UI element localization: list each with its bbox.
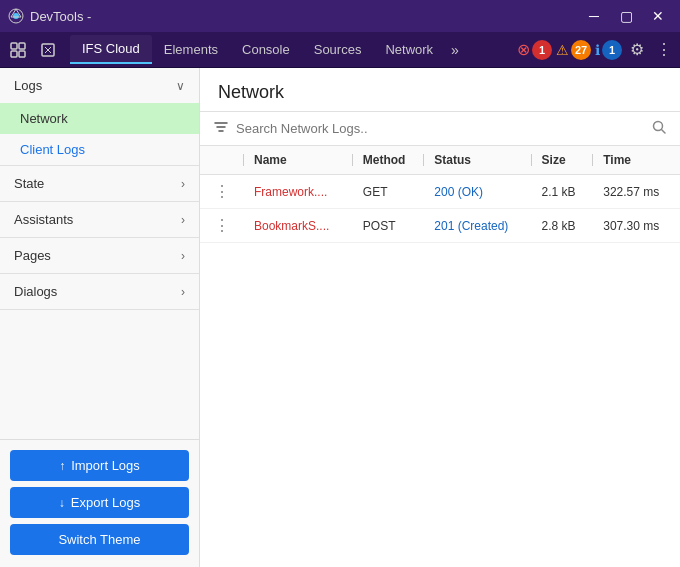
svg-rect-3 xyxy=(19,43,25,49)
chevron-right-icon-3: › xyxy=(181,249,185,263)
col-time: Time xyxy=(593,146,680,175)
sidebar-section-dialogs-header[interactable]: Dialogs › xyxy=(0,274,199,309)
chevron-right-icon-2: › xyxy=(181,213,185,227)
cursor-icon[interactable] xyxy=(4,36,32,64)
search-input[interactable] xyxy=(236,121,644,136)
row-name: BookmarkS.... xyxy=(244,209,353,243)
row-menu-cell[interactable]: ⋮ xyxy=(200,209,244,243)
more-tabs-button[interactable]: » xyxy=(445,38,465,62)
switch-theme-button[interactable]: Switch Theme xyxy=(10,524,189,555)
sidebar-section-state: State › xyxy=(0,166,199,202)
chevron-right-icon: › xyxy=(181,177,185,191)
row-size: 2.8 kB xyxy=(532,209,594,243)
minimize-button[interactable]: ─ xyxy=(580,2,608,30)
svg-rect-4 xyxy=(11,51,17,57)
content-title: Network xyxy=(200,68,680,112)
svg-point-1 xyxy=(13,13,19,19)
row-time: 307.30 ms xyxy=(593,209,680,243)
close-button[interactable]: ✕ xyxy=(644,2,672,30)
row-menu-icon[interactable]: ⋮ xyxy=(210,217,234,234)
tab-sources[interactable]: Sources xyxy=(302,36,374,63)
tab-bar-right: ⊗ 1 ⚠ 27 ℹ 1 ⚙ ⋮ xyxy=(517,36,676,63)
sidebar-footer: ↑ Import Logs ↓ Export Logs Switch Theme xyxy=(0,439,199,567)
maximize-button[interactable]: ▢ xyxy=(612,2,640,30)
sidebar-section-pages: Pages › xyxy=(0,238,199,274)
tab-bar-left-icons xyxy=(4,36,62,64)
row-method: GET xyxy=(353,175,424,209)
chevron-down-icon: ∨ xyxy=(176,79,185,93)
title-bar-controls: ─ ▢ ✕ xyxy=(580,2,672,30)
error-icon: ⊗ xyxy=(517,40,530,59)
sidebar-section-assistants: Assistants › xyxy=(0,202,199,238)
sidebar: Logs ∨ Network Client Logs State › xyxy=(0,68,200,567)
search-bar xyxy=(200,112,680,146)
settings-button[interactable]: ⚙ xyxy=(626,36,648,63)
tab-console[interactable]: Console xyxy=(230,36,302,63)
col-method: Method xyxy=(353,146,424,175)
tab-network[interactable]: Network xyxy=(373,36,445,63)
sidebar-item-network[interactable]: Network xyxy=(0,103,199,134)
sidebar-section-logs: Logs ∨ Network Client Logs xyxy=(0,68,199,166)
info-badge: 1 xyxy=(602,40,622,60)
filter-icon xyxy=(214,120,228,137)
col-size: Size xyxy=(532,146,594,175)
network-table: Name Method Status Size Time ⋮ Framework… xyxy=(200,146,680,567)
tab-elements[interactable]: Elements xyxy=(152,36,230,63)
table-header-row: Name Method Status Size Time xyxy=(200,146,680,175)
inspect-icon[interactable] xyxy=(34,36,62,64)
tab-ifs-cloud[interactable]: IFS Cloud xyxy=(70,35,152,64)
sidebar-item-client-logs[interactable]: Client Logs xyxy=(0,134,199,165)
sidebar-section-pages-header[interactable]: Pages › xyxy=(0,238,199,273)
export-logs-button[interactable]: ↓ Export Logs xyxy=(10,487,189,518)
table-row: ⋮ BookmarkS.... POST 201 (Created) 2.8 k… xyxy=(200,209,680,243)
main-layout: Logs ∨ Network Client Logs State › xyxy=(0,68,680,567)
sidebar-section-dialogs: Dialogs › xyxy=(0,274,199,310)
col-status: Status xyxy=(424,146,531,175)
sidebar-section-assistants-header[interactable]: Assistants › xyxy=(0,202,199,237)
table-row: ⋮ Framework.... GET 200 (OK) 2.1 kB 322.… xyxy=(200,175,680,209)
row-method: POST xyxy=(353,209,424,243)
title-bar-title: DevTools - xyxy=(30,9,580,24)
sidebar-content: Logs ∨ Network Client Logs State › xyxy=(0,68,199,439)
row-menu-cell[interactable]: ⋮ xyxy=(200,175,244,209)
row-size: 2.1 kB xyxy=(532,175,594,209)
export-icon: ↓ xyxy=(59,496,65,510)
import-icon: ↑ xyxy=(59,459,65,473)
row-status: 200 (OK) xyxy=(424,175,531,209)
col-menu xyxy=(200,146,244,175)
sidebar-section-state-header[interactable]: State › xyxy=(0,166,199,201)
network-data-table: Name Method Status Size Time ⋮ Framework… xyxy=(200,146,680,243)
row-status: 201 (Created) xyxy=(424,209,531,243)
more-options-button[interactable]: ⋮ xyxy=(652,36,676,63)
sidebar-section-logs-header[interactable]: Logs ∨ xyxy=(0,68,199,103)
error-badge: 1 xyxy=(532,40,552,60)
search-icon xyxy=(652,120,666,137)
title-bar: DevTools - ─ ▢ ✕ xyxy=(0,0,680,32)
svg-rect-2 xyxy=(11,43,17,49)
import-logs-button[interactable]: ↑ Import Logs xyxy=(10,450,189,481)
tab-bar: IFS Cloud Elements Console Sources Netwo… xyxy=(0,32,680,68)
col-name: Name xyxy=(244,146,353,175)
row-name: Framework.... xyxy=(244,175,353,209)
warn-icon: ⚠ xyxy=(556,42,569,58)
info-icon: ℹ xyxy=(595,42,600,58)
content-area: Network Name xyxy=(200,68,680,567)
svg-rect-5 xyxy=(19,51,25,57)
chrome-icon xyxy=(8,8,24,24)
chevron-right-icon-4: › xyxy=(181,285,185,299)
warn-badge: 27 xyxy=(571,40,591,60)
row-menu-icon[interactable]: ⋮ xyxy=(210,183,234,200)
row-time: 322.57 ms xyxy=(593,175,680,209)
